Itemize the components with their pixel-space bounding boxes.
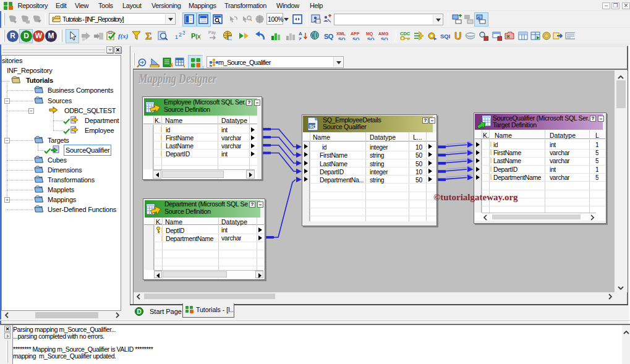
svg-text:Pay: Pay: [208, 30, 216, 35]
svg-text:CDC: CDC: [400, 31, 410, 36]
svg-text:A: A: [299, 31, 302, 36]
svg-text:SQL: SQL: [440, 33, 450, 40]
svg-text:1: 1: [175, 34, 178, 40]
svg-text:U: U: [454, 31, 462, 40]
svg-text:Σ: Σ: [145, 31, 151, 40]
svg-text:SQ: SQ: [367, 36, 375, 40]
svg-text:2: 2: [179, 32, 182, 38]
svg-text:f(x): f(x): [118, 32, 128, 40]
svg-text:3: 3: [182, 30, 185, 36]
svg-text:SQ: SQ: [338, 36, 346, 40]
svg-text:MQ: MQ: [366, 32, 373, 36]
svg-text:Z: Z: [299, 36, 302, 40]
svg-text:SQ: SQ: [324, 33, 334, 40]
svg-text:SQ: SQ: [381, 36, 388, 40]
svg-text:SQ: SQ: [352, 36, 360, 40]
svg-text:P(x): P(x): [191, 32, 201, 40]
svg-text:D: D: [137, 308, 141, 315]
svg-text:APP: APP: [351, 32, 360, 36]
svg-text:XML: XML: [336, 32, 346, 36]
svg-text:AMG: AMG: [378, 32, 388, 36]
